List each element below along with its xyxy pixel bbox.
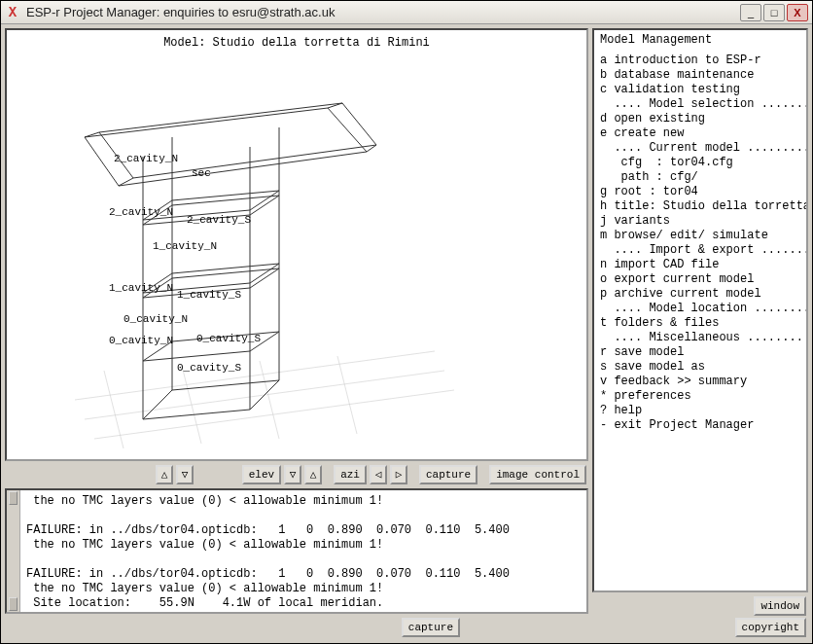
menu-item[interactable]: g root : tor04	[600, 185, 800, 199]
maximize-button[interactable]: □	[763, 4, 785, 21]
right-column: Model Management a introduction to ESP-r…	[592, 28, 808, 639]
app-window: X ESP-r Project Manager: enquiries to es…	[0, 0, 813, 644]
right-buttons: window copyright	[592, 594, 808, 639]
menu-panel: Model Management a introduction to ESP-r…	[592, 28, 808, 592]
menu-item[interactable]: t folders & files	[600, 316, 800, 331]
menu-item[interactable]: o export current model	[600, 272, 800, 287]
azi-right-button[interactable]: ▷	[390, 465, 407, 484]
menu-item[interactable]: s save model as	[600, 360, 800, 375]
model-viewport[interactable]: Model: Studio della torretta di Rimini	[5, 28, 588, 461]
azi-left-button[interactable]: ◁	[370, 465, 387, 484]
wire-label: 0_cavity_N	[124, 313, 188, 325]
log-panel: the no TMC layers value (0) < allowable …	[5, 488, 588, 614]
wire-label: 1_cavity_S	[177, 289, 241, 301]
window-button[interactable]: window	[754, 596, 806, 616]
capture-button[interactable]: capture	[419, 465, 477, 484]
wire-label: 1_cavity_N	[153, 240, 217, 252]
wire-label: 0_cavity_S	[177, 362, 241, 374]
menu-item[interactable]: d open existing	[600, 112, 800, 126]
viewport-title: Model: Studio della torretta di Rimini	[7, 30, 586, 52]
log-capture-button[interactable]: capture	[402, 618, 460, 637]
svg-line-0	[75, 351, 435, 400]
zoom-up-button[interactable]: △	[156, 465, 173, 484]
menu-item[interactable]: c validation testing	[600, 83, 800, 97]
copyright-button[interactable]: copyright	[735, 618, 806, 637]
menu-item[interactable]: m browse/ edit/ simulate	[600, 229, 800, 243]
menu-item[interactable]: path : cfg/	[600, 170, 800, 185]
log-toolbar: capture	[5, 616, 588, 639]
window-controls: _ □ X	[740, 4, 808, 21]
viewport-toolbar: △ ▽ elev ▽ △ azi ◁ ▷ capture image contr…	[5, 463, 588, 486]
zoom-down-button[interactable]: ▽	[176, 465, 194, 484]
wire-label: 2_cavity_N	[114, 153, 178, 164]
client-area: Model: Studio della torretta di Rimini	[1, 24, 812, 643]
menu-item[interactable]: b database maintenance	[600, 68, 800, 83]
menu-item[interactable]: r save model	[600, 345, 800, 360]
image-control-button[interactable]: image control	[489, 465, 586, 484]
menu-item[interactable]: e create new	[600, 126, 800, 141]
wire-label: 2_cavity_S	[187, 214, 251, 226]
menu-item[interactable]: .... Model selection ........	[600, 97, 800, 112]
menu-item[interactable]: a introduction to ESP-r	[600, 54, 800, 68]
wire-label: 0_cavity_S	[196, 333, 261, 344]
svg-line-6	[337, 356, 357, 434]
menu-item[interactable]: n import CAD file	[600, 258, 800, 272]
menu-item[interactable]: - exit Project Manager	[600, 418, 800, 433]
menu-item[interactable]: v feedback >> summary	[600, 375, 800, 389]
left-column: Model: Studio della torretta di Rimini	[5, 28, 588, 639]
menu-item[interactable]: .... Model location ........	[600, 302, 800, 316]
log-text: the no TMC layers value (0) < allowable …	[20, 490, 586, 612]
close-button[interactable]: X	[787, 4, 808, 21]
menu-item[interactable]: h title: Studio della torretta	[600, 199, 800, 214]
menu-item[interactable]: j variants	[600, 214, 800, 229]
azi-button[interactable]: azi	[334, 465, 367, 484]
menu-item[interactable]: .... Import & export ........	[600, 243, 800, 258]
app-icon: X	[5, 5, 20, 20]
wire-label: 2_cavity_N	[109, 206, 173, 218]
menu-item[interactable]: cfg : tor04.cfg	[600, 156, 800, 170]
wire-label: 1_cavity_N	[109, 282, 173, 294]
titlebar-text: ESP-r Project Manager: enquiries to esru…	[26, 5, 740, 19]
menu-item[interactable]: .... Miscellaneous ........	[600, 331, 800, 345]
elev-down-button[interactable]: ▽	[284, 465, 301, 484]
menu-items: a introduction to ESP-rb database mainte…	[600, 54, 800, 433]
svg-line-4	[182, 366, 201, 444]
wire-label: sec	[192, 167, 211, 179]
log-scrollbar[interactable]	[7, 490, 20, 612]
wireframe-view: 2_cavity_N sec 2_cavity_N 2_cavity_S 1_c…	[26, 59, 571, 458]
menu-item[interactable]: p archive current model	[600, 287, 800, 302]
elev-button[interactable]: elev	[242, 465, 281, 484]
menu-item[interactable]: .... Current model .........	[600, 141, 800, 156]
minimize-button[interactable]: _	[740, 4, 761, 21]
wire-label: 0_cavity_N	[109, 335, 173, 346]
titlebar[interactable]: X ESP-r Project Manager: enquiries to es…	[1, 1, 812, 24]
menu-title: Model Management	[600, 33, 800, 48]
menu-item[interactable]: * preferences	[600, 389, 800, 404]
elev-up-button[interactable]: △	[304, 465, 322, 484]
menu-item[interactable]: ? help	[600, 404, 800, 418]
